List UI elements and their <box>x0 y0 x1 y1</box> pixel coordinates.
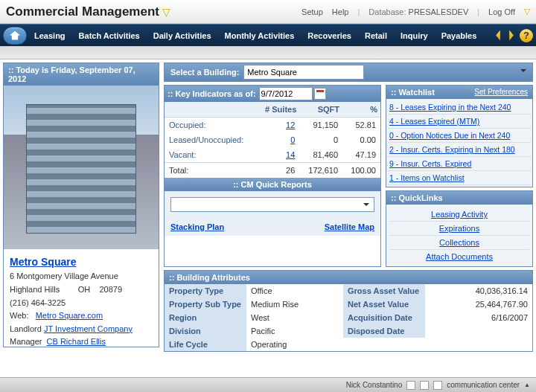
occupied-suites-link[interactable]: 12 <box>286 121 295 129</box>
status-indicator[interactable] <box>406 381 415 390</box>
watchlist-item[interactable]: 8 - Leases Expiring in the Next 240 <box>388 100 531 115</box>
satellite-map-link[interactable]: Satellite Map <box>325 222 374 231</box>
building-image <box>4 86 159 249</box>
app-title: Commercial Management <box>6 4 159 19</box>
quicklinks-header: :: QuickLinks <box>386 191 532 205</box>
database-label: Database: <box>368 7 406 16</box>
watchlist-panel: :: WatchlistSet Preferences 8 - Leases E… <box>386 85 533 187</box>
quicklinks-panel: :: QuickLinks Leasing Activity Expiratio… <box>386 190 533 267</box>
watchlist-item[interactable]: 9 - Insur. Certs. Expired <box>388 157 531 171</box>
watchlist-item[interactable]: 1 - Items on Watchlist <box>388 171 531 185</box>
quicklink-item[interactable]: Expirations <box>389 222 529 236</box>
menu-monthly[interactable]: Monthly Activities <box>219 27 301 45</box>
calendar-icon[interactable] <box>314 88 326 100</box>
menu-inquiry[interactable]: Inquiry <box>395 27 434 45</box>
title-dropdown-icon[interactable]: ▽ <box>162 6 170 18</box>
today-header: :: Today is Friday, September 07, 2012 <box>4 63 159 86</box>
database-value: PRESALESDEV <box>409 7 469 16</box>
web-link[interactable]: Metro Square.com <box>36 311 103 320</box>
chevron-down-icon <box>363 203 369 209</box>
ki-date-input[interactable] <box>259 87 313 100</box>
web-label: Web: <box>10 311 28 320</box>
sub-toolbar <box>0 46 536 60</box>
home-button[interactable] <box>3 27 27 45</box>
quick-reports-header: :: CM Quick Reports <box>165 178 380 191</box>
today-panel: :: Today is Friday, September 07, 2012 M… <box>3 62 159 347</box>
expand-icon[interactable]: ▲ <box>524 382 530 388</box>
help-link[interactable]: Help <box>332 7 349 16</box>
logoff-icon[interactable]: ▽ <box>524 7 530 16</box>
setup-link[interactable]: Setup <box>302 7 323 16</box>
quicklink-item[interactable]: Leasing Activity <box>389 208 529 222</box>
watchlist-header: :: Watchlist <box>391 88 435 97</box>
building-attributes-panel: :: Building Attributes Property TypeOffi… <box>164 270 533 352</box>
menu-recoveries[interactable]: Recoveries <box>302 27 357 45</box>
watchlist-item[interactable]: 4 - Leases Expired (MTM) <box>388 115 531 129</box>
table-row: Occupied:1291,15052.81 <box>165 118 380 133</box>
stacking-plan-link[interactable]: Stacking Plan <box>170 222 224 231</box>
manager-link[interactable]: CB Richard Ellis <box>47 337 106 346</box>
main-menu: Leasing Batch Activities Daily Activitie… <box>0 24 536 46</box>
landlord-link[interactable]: JT Investment Company <box>44 324 133 333</box>
nav-next-icon[interactable] <box>506 30 517 41</box>
quicklink-item[interactable]: Collections <box>389 236 529 250</box>
building-phone: (216) 464-3225 <box>10 297 153 310</box>
status-indicator[interactable] <box>433 381 442 390</box>
key-indicators-panel: :: Key Indicators as of: # SuitesSQFT% O… <box>164 85 381 267</box>
logoff-link[interactable]: Log Off <box>488 7 515 16</box>
set-preferences-link[interactable]: Set Preferences <box>474 88 528 97</box>
help-icon[interactable]: ? <box>520 29 533 42</box>
ba-table: Property TypeOfficeGross Asset Value40,0… <box>165 284 532 351</box>
title-bar: Commercial Management ▽ Setup Help | Dat… <box>0 0 536 24</box>
chevron-down-icon[interactable] <box>520 69 526 75</box>
select-building-dropdown[interactable] <box>243 65 364 80</box>
nav-prev-icon[interactable] <box>493 30 503 41</box>
communication-center-link[interactable]: communication center <box>447 381 520 389</box>
ba-header: :: Building Attributes <box>165 271 532 284</box>
table-row: Vacant:1481,46047.19 <box>165 147 380 163</box>
table-row-total: Total:26172,610100.00 <box>165 163 380 179</box>
quicklink-item[interactable]: Attach Documents <box>389 250 529 263</box>
building-city-row: Highland Hills OH 20879 <box>10 283 153 297</box>
ki-header: :: Key Indicators as of: <box>168 89 256 98</box>
table-row: Leased/Unoccupied:000.00 <box>165 132 380 147</box>
quick-reports-dropdown[interactable] <box>170 197 374 212</box>
home-icon <box>10 31 20 40</box>
select-building-label: Select a Building: <box>166 68 243 77</box>
status-bar: Nick Constantino communication center ▲ <box>0 377 536 392</box>
status-indicator[interactable] <box>420 381 429 390</box>
menu-payables[interactable]: Payables <box>436 27 483 45</box>
building-address: 6 Montgomery Village Avenue <box>10 270 153 283</box>
watchlist-item[interactable]: 0 - Option Notices Due in Next 240 <box>388 129 531 143</box>
watchlist-item[interactable]: 2 - Insur. Certs. Expiring in Next 180 <box>388 143 531 157</box>
select-building-bar: Select a Building: <box>164 62 533 82</box>
leased-suites-link[interactable]: 0 <box>290 135 295 144</box>
manager-label: Manager <box>10 337 42 346</box>
building-name-link[interactable]: Metro Square <box>10 254 153 270</box>
menu-daily[interactable]: Daily Activities <box>147 27 217 45</box>
ki-table: # SuitesSQFT% Occupied:1291,15052.81 Lea… <box>165 102 380 178</box>
vacant-suites-link[interactable]: 14 <box>286 150 295 159</box>
footer-user: Nick Constantino <box>346 381 403 389</box>
menu-retail[interactable]: Retail <box>359 27 393 45</box>
landlord-label: Landlord <box>10 324 42 333</box>
menu-batch[interactable]: Batch Activities <box>73 27 146 45</box>
menu-leasing[interactable]: Leasing <box>28 27 71 45</box>
